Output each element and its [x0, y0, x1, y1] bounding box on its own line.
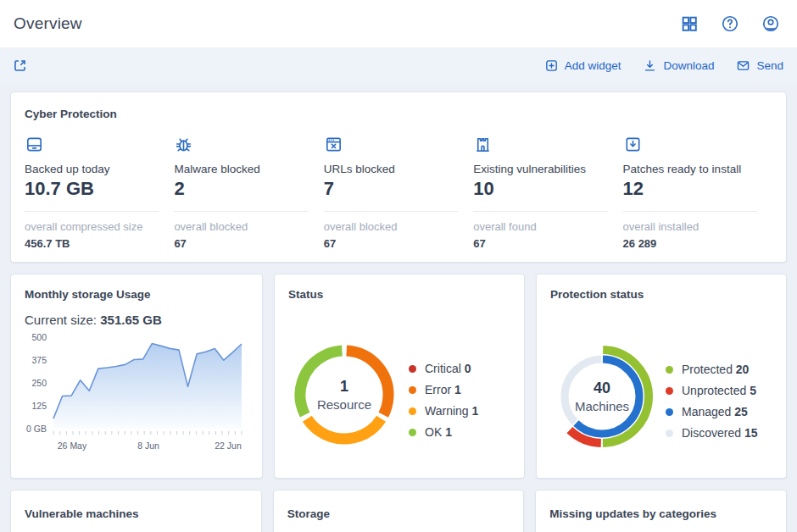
stat-sub-value: 456.7 TB — [25, 237, 159, 250]
vulnerable-machines-widget: Vulnerable machines — [10, 490, 262, 532]
svg-text:26 May: 26 May — [58, 441, 87, 451]
patch-install-icon — [623, 135, 757, 155]
legend-item-critical: Critical 0 — [409, 362, 478, 375]
stat-sub-label: overall blocked — [174, 220, 308, 233]
divider — [25, 211, 159, 212]
stat-sub-label: overall blocked — [324, 220, 458, 233]
svg-text:125: 125 — [31, 401, 47, 411]
svg-text:500: 500 — [31, 332, 47, 342]
legend-item-protected: Protected 20 — [666, 363, 758, 376]
legend-item-managed: Managed 25 — [666, 405, 758, 418]
stat-value: 10 — [473, 178, 607, 200]
stat-backed-up-today: Backed up today 10.7 GB overall compress… — [25, 135, 174, 250]
status-title: Status — [288, 288, 510, 301]
stat-sub-label: overall installed — [623, 220, 757, 233]
open-in-new-window-icon[interactable] — [12, 58, 28, 74]
help-icon[interactable] — [721, 14, 739, 33]
ok-dot-icon — [409, 429, 416, 436]
protected-dot-icon — [666, 366, 673, 374]
stat-label: Backed up today — [25, 163, 159, 175]
add-widget-label: Add widget — [565, 59, 621, 72]
stat-value: 2 — [174, 178, 308, 200]
add-widget-button[interactable]: Add widget — [544, 58, 621, 73]
divider — [623, 211, 757, 212]
stat-urls-blocked: URLs blocked 7 overall blocked 67 — [324, 135, 473, 250]
critical-dot-icon — [409, 365, 416, 373]
svg-text:0 GB: 0 GB — [26, 424, 47, 434]
malware-bug-icon — [174, 135, 308, 155]
send-mail-icon — [736, 58, 750, 73]
protection-status-title: Protection status — [550, 288, 772, 301]
stat-label: Patches ready to install — [623, 163, 757, 175]
toolbar: Add widget Download Send — [0, 47, 797, 83]
dashboard: Cyber Protection Backed up today 10.7 GB… — [0, 83, 797, 532]
svg-text:8 Jun: 8 Jun — [137, 441, 159, 451]
page-title: Overview — [14, 14, 82, 33]
svg-text:22 Jun: 22 Jun — [215, 441, 242, 451]
send-button[interactable]: Send — [736, 58, 783, 73]
current-size: Current size: 351.65 GB — [25, 313, 248, 327]
svg-text:375: 375 — [31, 355, 47, 365]
stat-sub-value: 67 — [324, 237, 458, 250]
stat-sub-value: 67 — [174, 237, 308, 250]
error-dot-icon — [409, 386, 416, 394]
storage-area-chart: 0 GB12525037550026 May8 Jun22 Jun — [25, 330, 248, 456]
vulnerability-fortress-icon — [473, 135, 607, 155]
discovered-dot-icon — [666, 429, 673, 437]
storage-widget: Storage — [273, 490, 525, 532]
protection-status-widget: Protection status 40 Machines Protected … — [536, 274, 787, 479]
stat-existing-vulnerabilities: Existing vulnerabilities 10 overall foun… — [473, 135, 622, 250]
legend-item-unprotected: Unprotected 5 — [666, 384, 758, 397]
legend-item-error: Error 1 — [409, 383, 478, 396]
download-label: Download — [663, 59, 714, 72]
stat-label: Existing vulnerabilities — [473, 163, 607, 175]
stat-sub-value: 26 289 — [623, 237, 757, 250]
unprotected-dot-icon — [666, 387, 673, 395]
stat-value: 7 — [324, 178, 458, 200]
cyber-protection-title: Cyber Protection — [25, 108, 772, 120]
storage-title: Storage — [287, 507, 510, 520]
stat-value: 10.7 GB — [25, 178, 159, 200]
divider — [174, 211, 308, 212]
stat-label: Malware blocked — [174, 163, 308, 175]
account-icon[interactable] — [761, 14, 780, 33]
vulnerable-machines-title: Vulnerable machines — [25, 507, 248, 520]
stat-label: URLs blocked — [324, 163, 458, 175]
apps-grid-icon[interactable] — [680, 14, 699, 33]
protection-legend: Protected 20 Unprotected 5 Managed 25 Di… — [666, 363, 758, 447]
backup-drive-icon — [25, 135, 159, 155]
header: Overview — [0, 0, 797, 47]
missing-updates-widget: Missing updates by categories — [535, 490, 787, 532]
divider — [324, 211, 458, 212]
warning-dot-icon — [409, 407, 416, 415]
current-size-label: Current size: — [25, 313, 97, 327]
download-button[interactable]: Download — [643, 58, 714, 73]
monthly-storage-title: Monthly storage Usage — [25, 288, 248, 301]
stat-patches-ready: Patches ready to install 12 overall inst… — [623, 135, 772, 250]
stat-sub-label: overall compressed size — [25, 220, 159, 233]
status-donut-chart: 1 Resource — [292, 342, 397, 447]
legend-item-warning: Warning 1 — [409, 404, 478, 418]
blocked-url-icon — [324, 135, 458, 155]
stat-sub-value: 67 — [473, 237, 607, 250]
add-widget-icon — [544, 58, 559, 73]
legend-item-ok: OK 1 — [409, 425, 478, 439]
stat-value: 12 — [623, 178, 757, 200]
divider — [473, 211, 607, 212]
download-icon — [643, 58, 657, 73]
monthly-storage-widget: Monthly storage Usage Current size: 351.… — [10, 274, 263, 479]
header-icons — [680, 14, 780, 33]
stat-sub-label: overall found — [473, 220, 607, 233]
missing-updates-title: Missing updates by categories — [549, 507, 772, 520]
current-size-value: 351.65 GB — [100, 313, 162, 327]
cyber-protection-widget: Cyber Protection Backed up today 10.7 GB… — [10, 91, 787, 263]
status-legend: Critical 0 Error 1 Warning 1 OK 1 — [409, 362, 478, 446]
cyber-protection-stats: Backed up today 10.7 GB overall compress… — [25, 135, 772, 250]
stat-malware-blocked: Malware blocked 2 overall blocked 67 — [174, 135, 323, 250]
send-label: Send — [756, 59, 783, 72]
managed-dot-icon — [666, 408, 673, 416]
svg-text:250: 250 — [31, 378, 47, 388]
protection-donut-chart: 40 Machines — [549, 344, 655, 449]
status-widget: Status 1 Resource Critical 0 Error 1 — [274, 274, 525, 479]
legend-item-discovered: Discovered 15 — [666, 426, 758, 440]
